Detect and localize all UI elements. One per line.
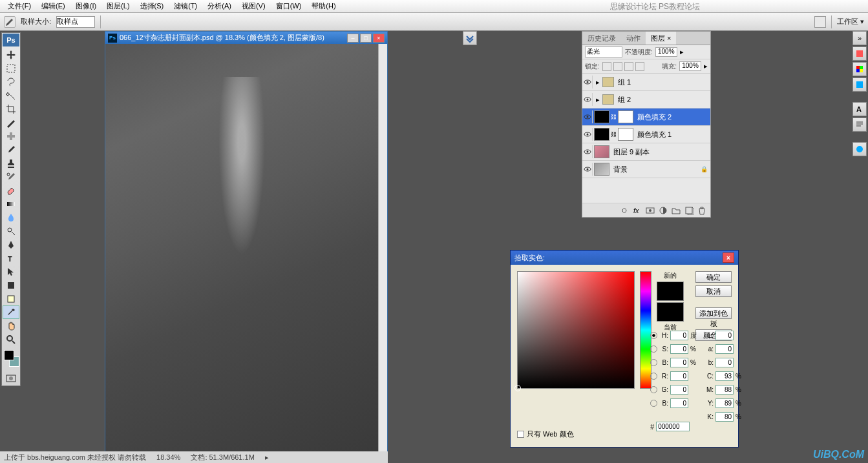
link-icon[interactable]: ⛓ [611, 114, 617, 120]
lock-transparent-icon[interactable] [602, 62, 611, 71]
dodge-tool[interactable] [3, 224, 19, 238]
menu-edit[interactable]: 编辑(E) [36, 1, 70, 11]
h-input[interactable] [670, 331, 688, 340]
collapsed-panel-icon[interactable] [463, 31, 477, 45]
foreground-color-swatch[interactable] [4, 350, 14, 360]
maximize-button[interactable]: □ [360, 34, 372, 43]
menu-analysis[interactable]: 分析(A) [202, 1, 237, 11]
expand-arrow-icon[interactable]: ▸ [594, 96, 601, 104]
dock-expand-icon[interactable]: » [852, 31, 867, 45]
menu-select[interactable]: 选择(S) [135, 1, 169, 11]
lock-paint-icon[interactable] [613, 62, 622, 71]
picker-titlebar[interactable]: 拾取实色: × [511, 251, 738, 265]
crop-tool[interactable] [3, 102, 19, 116]
lab-b-input[interactable] [715, 358, 734, 367]
layer-row[interactable]: ▸组 1 [582, 74, 710, 91]
visibility-icon[interactable] [582, 110, 593, 123]
layer-row[interactable]: ⛓颜色填充 2 [582, 108, 710, 126]
shape-tool[interactable] [3, 278, 19, 292]
trash-icon[interactable] [697, 206, 706, 215]
opacity-input[interactable]: 100% [655, 47, 677, 57]
layer-name[interactable]: 颜色填充 1 [635, 130, 708, 139]
hue-radio[interactable] [650, 332, 657, 339]
web-only-checkbox[interactable] [517, 431, 524, 438]
new-layer-icon[interactable] [684, 206, 693, 215]
canvas[interactable] [105, 44, 378, 454]
workspace-menu[interactable]: 工作区 ▾ [837, 17, 864, 26]
tab-actions[interactable]: 动作 [621, 32, 646, 45]
pen-tool[interactable] [3, 238, 19, 251]
tab-history[interactable]: 历史记录 [582, 32, 621, 45]
lasso-tool[interactable] [3, 75, 19, 88]
menu-view[interactable]: 视图(V) [237, 1, 271, 11]
visibility-icon[interactable] [582, 145, 593, 158]
link-layers-icon[interactable] [620, 206, 629, 215]
bv-input[interactable] [670, 398, 688, 408]
layer-name[interactable]: 图层 9 副本 [611, 147, 708, 157]
blur-tool[interactable] [3, 211, 19, 224]
zoom-level[interactable]: 18.34% [156, 453, 180, 461]
slice-tool[interactable] [3, 116, 19, 129]
character-panel-icon[interactable]: A [852, 102, 867, 116]
hand-tool[interactable] [3, 319, 19, 333]
bright-radio[interactable] [650, 359, 657, 366]
layer-name[interactable]: 颜色填充 2 [635, 112, 708, 122]
a-input[interactable] [715, 344, 734, 354]
saturation-box[interactable] [517, 271, 635, 389]
mask-thumb[interactable] [618, 128, 633, 141]
info-panel-icon[interactable] [852, 142, 867, 156]
layer-row[interactable]: 背景🔒 [582, 161, 710, 178]
m-input[interactable] [715, 385, 734, 395]
cancel-button[interactable]: 取消 [695, 285, 732, 297]
layer-thumb[interactable] [594, 145, 609, 158]
mask-thumb[interactable] [618, 110, 633, 123]
visibility-icon[interactable] [582, 128, 593, 141]
eraser-tool[interactable] [3, 183, 19, 197]
visibility-icon[interactable] [582, 76, 593, 88]
g-input[interactable] [670, 385, 688, 395]
menu-help[interactable]: 帮助(H) [306, 1, 341, 11]
document-titlebar[interactable]: Ps 066_12寸杂志册封面副本.psd @ 18.3% (颜色填充 2, 图… [105, 32, 387, 44]
wand-tool[interactable] [3, 88, 19, 102]
blue-radio[interactable] [650, 400, 657, 407]
eyedropper-tool[interactable] [3, 305, 19, 319]
picker-cursor[interactable] [514, 385, 521, 391]
move-tool[interactable] [3, 48, 19, 61]
sat-radio[interactable] [650, 345, 657, 353]
layer-thumb[interactable] [594, 128, 609, 141]
k-input[interactable] [715, 412, 734, 422]
layer-row[interactable]: 图层 9 副本 [582, 143, 710, 161]
opacity-flyout-icon[interactable]: ▸ [680, 48, 684, 56]
close-button[interactable]: × [373, 34, 385, 43]
expand-arrow-icon[interactable]: ▸ [594, 78, 601, 87]
tab-layers[interactable]: 图层 × [646, 32, 676, 45]
path-select-tool[interactable] [3, 265, 19, 278]
notes-tool[interactable] [3, 292, 19, 305]
screen-mode-icon[interactable] [814, 16, 826, 28]
color-swatches[interactable] [3, 349, 19, 371]
layer-row[interactable]: ⛓颜色填充 1 [582, 126, 710, 143]
doc-size[interactable]: 文档: 51.3M/661.1M [191, 453, 254, 462]
fill-flyout-icon[interactable]: ▸ [704, 62, 708, 70]
adjustment-layer-icon[interactable] [659, 206, 668, 215]
layer-fx-icon[interactable]: fx [633, 206, 642, 215]
link-icon[interactable]: ⛓ [611, 131, 617, 138]
type-tool[interactable]: T [3, 251, 19, 265]
y-input[interactable] [715, 398, 734, 408]
add-mask-icon[interactable] [646, 206, 655, 215]
green-radio[interactable] [650, 386, 657, 393]
lock-move-icon[interactable] [624, 62, 633, 71]
fill-input[interactable]: 100% [679, 61, 701, 71]
paragraph-panel-icon[interactable] [852, 118, 867, 132]
r-input[interactable] [670, 371, 688, 381]
hex-input[interactable] [656, 422, 690, 431]
add-swatch-button[interactable]: 添加到色板 [695, 307, 732, 319]
sample-point-dropdown[interactable]: 取样点 [56, 16, 95, 28]
color-panel-icon[interactable] [852, 62, 867, 76]
layer-name[interactable]: 组 2 [615, 95, 708, 105]
b-input[interactable] [670, 358, 688, 367]
s-input[interactable] [670, 344, 688, 354]
l-input[interactable] [715, 331, 734, 340]
layer-thumb[interactable] [594, 163, 609, 176]
layer-thumb[interactable] [594, 110, 609, 123]
